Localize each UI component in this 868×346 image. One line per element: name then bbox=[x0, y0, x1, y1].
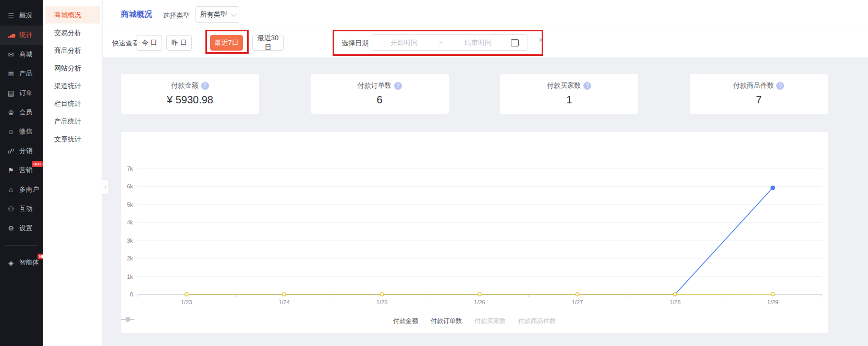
sidebar-item-label: 设置 bbox=[19, 224, 32, 233]
submenu-collapse-handle[interactable]: ‹ bbox=[102, 180, 109, 195]
svg-text:7k: 7k bbox=[127, 165, 133, 172]
sidebar-item-label: 会员 bbox=[19, 108, 32, 117]
quick-button-last-30-days[interactable]: 最近30日 bbox=[252, 35, 284, 51]
date-range-input[interactable]: ~ bbox=[372, 34, 528, 51]
store-icon: ⌂ bbox=[6, 186, 16, 194]
legend-item-2[interactable]: 付款订单数 bbox=[431, 317, 462, 326]
sidebar-item-wechat[interactable]: ☺ 微信 bbox=[0, 122, 43, 141]
svg-text:1k: 1k bbox=[127, 273, 133, 280]
type-select-value: 所有类型 bbox=[200, 10, 227, 19]
sidebar-item-label: 互动 bbox=[19, 205, 32, 213]
stat-card-value: ¥ 5930.98 bbox=[121, 94, 259, 106]
clear-date-icon[interactable]: × bbox=[539, 35, 544, 45]
end-date-input[interactable] bbox=[446, 38, 510, 47]
stats-submenu: 商城概况 交易分析 商品分析 网站分析 渠道统计 栏目统计 产品统计 文章统计 bbox=[43, 0, 102, 346]
submenu-item-article-stats[interactable]: 文章统计 bbox=[45, 130, 100, 148]
stat-card-pay-amount: 付款金额? ¥ 5930.98 bbox=[121, 74, 259, 114]
start-date-input[interactable] bbox=[372, 38, 436, 47]
sidebar-item-agent[interactable]: ◈ 智能体NEW bbox=[0, 253, 43, 272]
svg-text:5k: 5k bbox=[127, 201, 133, 208]
svg-text:1/25: 1/25 bbox=[376, 299, 387, 305]
quick-button-yesterday[interactable]: 昨 日 bbox=[166, 35, 192, 51]
order-icon: ▤ bbox=[6, 89, 16, 97]
chart-legend: 付款金额付款订单数付款买家数付款商品件数 bbox=[121, 317, 828, 326]
submenu-item-channel-stats[interactable]: 渠道统计 bbox=[45, 77, 100, 94]
legend-item-4[interactable]: 付款商品件数 bbox=[518, 317, 556, 326]
submenu-item-trade-analysis[interactable]: 交易分析 bbox=[45, 24, 100, 41]
svg-text:1/24: 1/24 bbox=[278, 299, 289, 305]
stat-card-pay-orders: 付款订单数? 6 bbox=[311, 74, 449, 114]
question-icon[interactable]: ? bbox=[201, 82, 209, 90]
legend-label: 付款买家数 bbox=[474, 317, 506, 326]
stat-card-label: 付款商品件数 bbox=[733, 81, 774, 90]
quick-view-label: 快速查看 bbox=[112, 39, 139, 48]
sidebar-item-distribution[interactable]: ☍ 分销 bbox=[0, 141, 43, 161]
legend-label: 付款金额 bbox=[393, 317, 418, 326]
stat-card-label: 付款买家数 bbox=[547, 81, 581, 90]
stat-card-label: 付款订单数 bbox=[358, 81, 392, 90]
page-header: 商城概况 选择类型 所有类型 快速查看 今 日 昨 日 最近7日 最近30日 选… bbox=[103, 0, 868, 57]
legend-item-3[interactable]: 付款买家数 bbox=[474, 317, 506, 326]
robot-icon: ◈ bbox=[6, 259, 16, 267]
date-separator: ~ bbox=[436, 39, 446, 46]
layers-icon: ☰ bbox=[6, 12, 16, 20]
chart-icon: ▂▄▆ bbox=[6, 33, 16, 38]
sidebar-item-settings[interactable]: ⚙ 设置 bbox=[0, 219, 43, 238]
sidebar-item-products[interactable]: ⊞ 产品 bbox=[0, 64, 43, 83]
sidebar-divider bbox=[5, 245, 38, 246]
stat-card-label: 付款金额 bbox=[172, 81, 199, 90]
question-icon[interactable]: ? bbox=[583, 82, 591, 90]
title-row: 商城概况 选择类型 所有类型 bbox=[103, 0, 868, 28]
submenu-item-mall-overview[interactable]: 商城概况 bbox=[45, 6, 100, 23]
sidebar-item-statistics[interactable]: ▂▄▆ 统计 bbox=[0, 26, 43, 45]
badge-hot: HOT bbox=[32, 161, 43, 167]
sidebar-item-overview[interactable]: ☰ 概况 bbox=[0, 6, 43, 26]
question-icon[interactable]: ? bbox=[394, 82, 402, 90]
svg-text:4k: 4k bbox=[127, 219, 133, 225]
sidebar-item-marketing[interactable]: ⚑ 营销HOT bbox=[0, 161, 43, 180]
sidebar-item-orders[interactable]: ▤ 订单 bbox=[0, 83, 43, 103]
sidebar-item-interaction[interactable]: ⚇ 互动 bbox=[0, 199, 43, 219]
stat-card-value: 1 bbox=[500, 94, 638, 106]
svg-text:6k: 6k bbox=[127, 183, 133, 189]
chevron-down-icon bbox=[230, 11, 236, 17]
chat-icon: ☺ bbox=[6, 128, 16, 136]
svg-text:1/26: 1/26 bbox=[474, 299, 485, 305]
stat-cards: 付款金额? ¥ 5930.98 付款订单数? 6 付款买家数? 1 付款商品件数… bbox=[121, 74, 828, 114]
sidebar-item-label: 商城 bbox=[19, 50, 32, 59]
sidebar-item-label: 多商户 bbox=[19, 185, 39, 194]
quick-button-today[interactable]: 今 日 bbox=[137, 35, 162, 51]
sidebar-item-label: 微信 bbox=[19, 127, 32, 136]
stat-card-value: 7 bbox=[690, 94, 828, 106]
submenu-item-goods-analysis[interactable]: 商品分析 bbox=[45, 42, 100, 59]
legend-label: 付款订单数 bbox=[431, 317, 462, 326]
calendar-icon[interactable] bbox=[511, 39, 519, 46]
question-icon[interactable]: ? bbox=[776, 82, 784, 90]
line-chart: 01k2k3k4k5k6k7k1/231/241/251/261/271/281… bbox=[121, 132, 828, 333]
svg-text:1/28: 1/28 bbox=[669, 299, 680, 305]
sidebar-item-label: 概况 bbox=[19, 11, 32, 20]
quick-button-last-7-days[interactable]: 最近7日 bbox=[210, 35, 243, 51]
type-select[interactable]: 所有类型 bbox=[195, 6, 239, 23]
users-icon: ☍ bbox=[6, 147, 16, 155]
svg-text:0: 0 bbox=[130, 291, 133, 297]
mail-icon: ✉ bbox=[6, 51, 16, 58]
submenu-item-site-analysis[interactable]: 网站分析 bbox=[45, 59, 100, 77]
sidebar-item-members[interactable]: ♔ 会员 bbox=[0, 103, 43, 122]
group-icon: ⚇ bbox=[6, 205, 16, 213]
svg-text:1/23: 1/23 bbox=[181, 299, 192, 305]
submenu-item-product-stats[interactable]: 产品统计 bbox=[45, 113, 100, 130]
svg-text:1/29: 1/29 bbox=[767, 299, 778, 305]
crown-icon: ♔ bbox=[6, 109, 16, 116]
collapse-icon: ‹ bbox=[104, 184, 106, 190]
sidebar-item-mall[interactable]: ✉ 商城 bbox=[0, 45, 43, 64]
filter-row: 快速查看 今 日 昨 日 最近7日 最近30日 选择日期 ~ × bbox=[103, 28, 868, 57]
stat-card-pay-buyers: 付款买家数? 1 bbox=[500, 74, 638, 114]
submenu-item-column-stats[interactable]: 栏目统计 bbox=[45, 95, 100, 112]
sidebar-item-multi-merchant[interactable]: ⌂ 多商户 bbox=[0, 180, 43, 199]
flag-icon: ⚑ bbox=[6, 166, 16, 174]
sidebar-item-label: 订单 bbox=[19, 89, 32, 98]
sidebar-item-label: 产品 bbox=[19, 69, 32, 78]
legend-item-1[interactable]: 付款金额 bbox=[393, 317, 418, 326]
gear-icon: ⚙ bbox=[6, 224, 16, 232]
